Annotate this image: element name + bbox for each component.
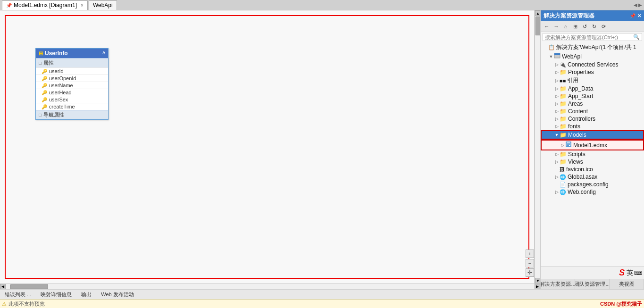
tree-item-global-asax[interactable]: ▷ 🌐 Global.asax (541, 173, 644, 181)
field-key-icon: 🔑 (42, 69, 47, 74)
tree-item-fonts[interactable]: ▷ 📁 fonts (541, 123, 644, 130)
tree-item-models[interactable]: ▼ 📁 Models (541, 130, 644, 140)
field-icon-1: 🔑 (42, 76, 47, 81)
web-config-expand-icon[interactable]: ▷ (554, 190, 560, 194)
tab-diagram[interactable]: 📌 Model1.edmx [Diagram1] × (2, 0, 88, 10)
tree-item-app-start[interactable]: ▷ 📁 App_Start (541, 92, 644, 100)
vscroll-thumb[interactable] (535, 17, 540, 35)
tree-item-webapi[interactable]: ▼ WebApi (541, 52, 644, 61)
global-expand-icon[interactable]: ▷ (554, 175, 560, 179)
solution-file-icon: 📋 (548, 44, 555, 50)
refs-expand-icon[interactable]: ▷ (554, 78, 560, 83)
tree-item-areas[interactable]: ▷ 📁 Areas (541, 100, 644, 108)
field-icon-2: 🔑 (42, 83, 47, 88)
svg-rect-1 (554, 53, 560, 55)
canvas-vscrollbar[interactable]: ▲ ▼ (535, 10, 540, 283)
tree-item-connected-services[interactable]: ▷ 🔌 Connected Services (541, 61, 644, 68)
tab-scroll-right[interactable]: ▶ (638, 2, 642, 8)
global-label: Global.asax (568, 174, 597, 180)
se-tab-classview[interactable]: 类视图 (610, 279, 644, 289)
tree-item-web-config[interactable]: ▷ 🌐 Web.config (541, 188, 644, 196)
se-forward-button[interactable]: → (552, 22, 560, 31)
global-icon: 🌐 (560, 174, 566, 180)
properties-expand-icon[interactable]: ▷ (554, 70, 560, 75)
views-expand-icon[interactable]: ▷ (554, 159, 560, 164)
canvas-hscrollbar[interactable]: ◀ ▶ (0, 283, 540, 289)
se-grid-button[interactable]: ⊞ (571, 22, 579, 31)
entity-nav-collapse-icon[interactable]: □ (39, 112, 42, 117)
web-config-icon: 🌐 (560, 189, 566, 195)
tree-item-scripts[interactable]: ▷ 📁 Scripts (541, 150, 644, 158)
controllers-expand-icon[interactable]: ▷ (554, 117, 560, 121)
scripts-label: Scripts (568, 151, 585, 158)
tab-pin-icon: 📌 (6, 3, 12, 8)
vscroll-down-button[interactable]: ▼ (535, 278, 540, 283)
tree-item-solution[interactable]: 📋 解决方案'WebApi'(1 个项目/共 1 (541, 43, 644, 52)
tree-item-refs[interactable]: ▷ ■■ 引用 (541, 76, 644, 85)
app-data-folder-icon: 📁 (560, 85, 567, 92)
se-tab-team[interactable]: 团队资源管理... (575, 279, 610, 289)
solution-explorer: 解决方案资源管理器 📌 ✕ ← → ⌂ ⊞ ↺ ↻ ⟳ 🔍 📋 (540, 10, 644, 289)
tree-item-properties[interactable]: ▷ 📁 Properties (541, 68, 644, 76)
model1-expand-icon[interactable]: ▷ (560, 143, 565, 148)
zoom-nav-button[interactable]: ✛ (526, 268, 534, 277)
favicon-label: favicon.ico (566, 166, 593, 173)
entity-nav-label: 导航属性 (43, 111, 64, 118)
se-search-box[interactable]: 🔍 (543, 33, 642, 41)
vscroll-up-button[interactable]: ▲ (535, 10, 540, 16)
se-back-button[interactable]: ← (543, 22, 551, 31)
scripts-expand-icon[interactable]: ▷ (554, 152, 560, 157)
se-tab-solution[interactable]: 解决方案资源... (541, 279, 575, 289)
views-folder-icon: 📁 (560, 158, 567, 165)
areas-expand-icon[interactable]: ▷ (554, 101, 560, 106)
tree-item-content[interactable]: ▷ 📁 Content (541, 108, 644, 115)
controllers-folder-icon: 📁 (560, 116, 567, 122)
hscroll-thumb[interactable] (10, 284, 48, 289)
app-start-expand-icon[interactable]: ▷ (554, 94, 560, 99)
vscroll-track[interactable] (535, 16, 540, 278)
keyboard-icon: ⌨ (634, 270, 642, 276)
webapi-expand-icon[interactable]: ▼ (548, 54, 554, 59)
content-expand-icon[interactable]: ▷ (554, 109, 560, 114)
fonts-expand-icon[interactable]: ▷ (554, 124, 560, 129)
tree-item-favicon[interactable]: 🖼 favicon.ico (541, 166, 644, 173)
tree-item-packages-config[interactable]: 📄 packages.config (541, 181, 644, 188)
tab-bar-controls: ◀ ▶ (634, 2, 642, 8)
status-web-publish[interactable]: Web 发布活动 (98, 291, 136, 298)
tab-diagram-close[interactable]: × (81, 3, 84, 8)
tab-scroll-left[interactable]: ◀ (634, 2, 637, 8)
diagram-canvas[interactable]: ⊞ UserInfo ^ □ 属性 🔑 userId (0, 10, 535, 283)
entity-props-collapse-icon[interactable]: □ (39, 60, 42, 66)
field-usersex: 🔑 userSex (36, 96, 108, 103)
webapi-project-icon (554, 52, 560, 60)
tree-item-app-data[interactable]: ▷ 📁 App_Data (541, 85, 644, 92)
tree-item-views[interactable]: ▷ 📁 Views (541, 158, 644, 166)
se-search-input[interactable] (545, 34, 633, 40)
zoom-in-button[interactable]: + (526, 250, 534, 258)
status-mapping[interactable]: 映射详细信息 (38, 291, 75, 298)
tree-item-controllers[interactable]: ▷ 📁 Controllers (541, 115, 644, 123)
se-tree: 📋 解决方案'WebApi'(1 个项目/共 1 ▼ WebApi ▷ 🔌 Co… (541, 42, 644, 266)
se-home-button[interactable]: ⌂ (561, 22, 570, 31)
se-redo-button[interactable]: ↻ (590, 22, 598, 31)
se-search-icon: 🔍 (633, 34, 640, 40)
entity-userinfo[interactable]: ⊞ UserInfo ^ □ 属性 🔑 userId (35, 48, 109, 120)
hscroll-track[interactable] (6, 284, 535, 290)
entity-collapse-icon[interactable]: ^ (102, 51, 105, 56)
zoom-out-button[interactable]: − (526, 259, 534, 267)
se-auto-hide[interactable]: 📌 (630, 13, 636, 18)
connected-expand-icon[interactable]: ▷ (554, 62, 560, 67)
app-data-expand-icon[interactable]: ▷ (554, 86, 560, 91)
se-undo-button[interactable]: ↺ (580, 22, 589, 31)
app-start-label: App_Start (568, 93, 593, 100)
status-errors[interactable]: 错误列表 ... (2, 291, 34, 298)
tree-item-model1-edmx[interactable]: ▷ Model1.edmx (541, 140, 644, 150)
se-close[interactable]: ✕ (637, 13, 641, 18)
tab-webapi[interactable]: WebApi (89, 0, 117, 10)
se-refresh-button[interactable]: ⟳ (599, 22, 608, 31)
models-expand-icon[interactable]: ▼ (554, 133, 560, 137)
hscroll-left-button[interactable]: ◀ (0, 284, 6, 290)
status-output[interactable]: 输出 (78, 291, 94, 298)
se-toolbar: ← → ⌂ ⊞ ↺ ↻ ⟳ (541, 21, 644, 32)
hscroll-right-button[interactable]: ▶ (535, 284, 540, 290)
